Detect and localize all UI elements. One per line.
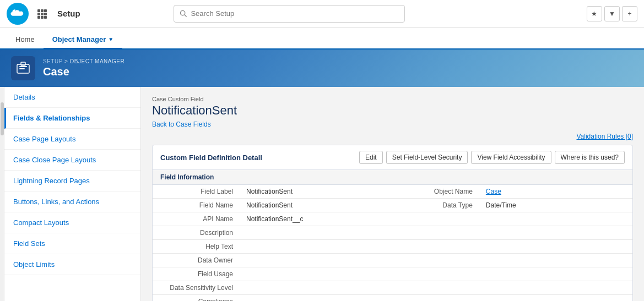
- sidebar-item-object-limits[interactable]: Object Limits: [4, 254, 140, 275]
- table-row: Field Usage: [153, 267, 632, 281]
- value-data-owner: [241, 254, 409, 267]
- tab-home[interactable]: Home: [7, 31, 44, 50]
- value-field-label: NotificationSent: [241, 185, 409, 199]
- field-definition-section: Custom Field Definition Detail Edit Set …: [152, 145, 633, 301]
- svg-rect-8: [44, 16, 47, 19]
- sidebar: Details Fields & Relationships Case Page…: [4, 87, 141, 301]
- sidebar-item-fields-relationships[interactable]: Fields & Relationships: [4, 108, 140, 129]
- breadcrumb-separator: >: [64, 58, 70, 64]
- tab-nav: Home Object Manager ▼: [0, 28, 644, 50]
- field-info-title: Field Information: [153, 170, 632, 185]
- tab-object-manager[interactable]: Object Manager ▼: [44, 31, 122, 50]
- svg-line-10: [185, 15, 187, 17]
- svg-rect-6: [37, 16, 40, 19]
- label-field-label: Field Label: [153, 185, 241, 199]
- label-description: Description: [153, 226, 241, 240]
- sidebar-item-compact-layouts[interactable]: Compact Layouts: [4, 212, 140, 233]
- case-icon: [11, 56, 35, 80]
- svg-rect-1: [41, 9, 44, 12]
- value-field-name: NotificationSent: [241, 199, 409, 212]
- favorite-icon[interactable]: ★: [587, 6, 602, 21]
- table-row: Field Label NotificationSent Object Name…: [153, 185, 632, 199]
- add-icon[interactable]: +: [622, 6, 637, 21]
- button-group: Edit Set Field-Level Security View Field…: [359, 151, 625, 164]
- value-data-type: Date/Time: [480, 199, 632, 212]
- svg-rect-14: [21, 62, 25, 65]
- set-field-level-security-button[interactable]: Set Field-Level Security: [386, 151, 468, 164]
- edit-button[interactable]: Edit: [359, 151, 383, 164]
- label-field-usage: Field Usage: [153, 267, 241, 281]
- breadcrumb-title: Case: [43, 65, 125, 78]
- label-compliance: Compliance Categorization: [153, 295, 241, 302]
- value-object-name[interactable]: Case: [480, 185, 632, 199]
- value-data-sensitivity: [241, 281, 409, 295]
- breadcrumb-setup-link[interactable]: SETUP: [43, 58, 63, 64]
- sidebar-item-field-sets[interactable]: Field Sets: [4, 233, 140, 254]
- svg-rect-7: [41, 16, 44, 19]
- label-data-type: Data Type: [409, 199, 480, 212]
- value-field-usage: [241, 267, 409, 281]
- sidebar-item-lightning-record-pages[interactable]: Lightning Record Pages: [4, 171, 140, 191]
- section-title: Custom Field Definition Detail: [160, 154, 262, 162]
- validation-rules-link[interactable]: Validation Rules [0]: [576, 133, 633, 140]
- view-field-accessibility-button[interactable]: View Field Accessibility: [471, 151, 551, 164]
- chevron-down-icon: ▼: [108, 36, 113, 42]
- value-description: [241, 226, 409, 240]
- label-object-name: Object Name: [409, 185, 480, 199]
- table-row: Data Owner: [153, 254, 632, 267]
- breadcrumb-object-manager: OBJECT MANAGER: [70, 58, 125, 64]
- dropdown-icon[interactable]: ▼: [604, 6, 620, 21]
- scroll-thumb: [1, 102, 4, 135]
- label-data-sensitivity: Data Sensitivity Level: [153, 281, 241, 295]
- svg-rect-0: [37, 9, 40, 12]
- sidebar-item-case-page-layouts[interactable]: Case Page Layouts: [4, 129, 140, 150]
- table-row: Compliance Categorization: [153, 295, 632, 302]
- table-row: Field Name NotificationSent Data Type Da…: [153, 199, 632, 212]
- svg-rect-5: [44, 13, 47, 15]
- back-to-case-fields-link[interactable]: Back to Case Fields: [152, 121, 211, 128]
- table-row: API Name NotificationSent__c: [153, 212, 632, 226]
- search-bar[interactable]: [174, 5, 405, 23]
- table-row: Data Sensitivity Level: [153, 281, 632, 295]
- label-field-name: Field Name: [153, 199, 241, 212]
- breadcrumb-header: SETUP > OBJECT MANAGER Case: [0, 50, 644, 87]
- value-compliance: [241, 295, 409, 302]
- top-nav: Setup ★ ▼ +: [0, 0, 644, 28]
- table-row: Help Text: [153, 240, 632, 254]
- section-header: Custom Field Definition Detail Edit Set …: [153, 145, 632, 170]
- svg-rect-2: [44, 9, 47, 12]
- salesforce-logo[interactable]: [7, 3, 29, 25]
- sidebar-item-case-close-page-layouts[interactable]: Case Close Page Layouts: [4, 150, 140, 171]
- label-api-name: API Name: [153, 212, 241, 226]
- svg-rect-13: [19, 68, 25, 69]
- where-is-this-used-button[interactable]: Where is this used?: [555, 151, 625, 164]
- label-data-owner: Data Owner: [153, 254, 241, 267]
- value-help-text: [241, 240, 409, 254]
- svg-rect-12: [19, 66, 27, 67]
- app-label: Setup: [57, 9, 80, 18]
- main-layout: Details Fields & Relationships Case Page…: [0, 87, 644, 301]
- grid-icon[interactable]: [34, 6, 50, 21]
- scrollbar[interactable]: [0, 87, 4, 301]
- content-area: Case Custom Field NotificationSent Back …: [141, 87, 644, 301]
- content-field-title: NotificationSent: [152, 103, 633, 118]
- sidebar-item-details[interactable]: Details: [4, 87, 140, 108]
- search-input[interactable]: [191, 9, 399, 18]
- svg-rect-4: [41, 13, 44, 15]
- sidebar-wrapper: Details Fields & Relationships Case Page…: [0, 87, 141, 301]
- svg-rect-3: [37, 13, 40, 15]
- content-field-subheading: Case Custom Field: [152, 96, 633, 102]
- nav-icons: ★ ▼ +: [587, 6, 637, 21]
- field-table: Field Label NotificationSent Object Name…: [153, 185, 632, 301]
- breadcrumb-text: SETUP > OBJECT MANAGER Case: [43, 58, 125, 78]
- label-help-text: Help Text: [153, 240, 241, 254]
- breadcrumb-path: SETUP > OBJECT MANAGER: [43, 58, 125, 64]
- value-api-name: NotificationSent__c: [241, 212, 409, 226]
- table-row: Description: [153, 226, 632, 240]
- svg-point-9: [181, 10, 185, 15]
- sidebar-item-buttons-links-actions[interactable]: Buttons, Links, and Actions: [4, 191, 140, 212]
